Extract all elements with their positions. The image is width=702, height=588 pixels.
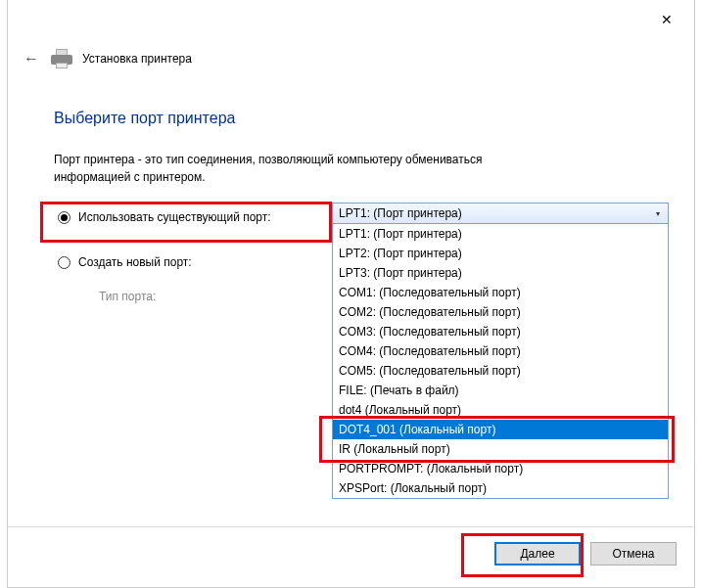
dialog-footer: Далее Отмена (8, 526, 694, 579)
port-option[interactable]: IR (Локальный порт) (333, 439, 668, 459)
dialog-header: ← Установка принтера (22, 49, 192, 68)
dialog-title: Установка принтера (82, 52, 192, 66)
back-arrow-icon[interactable]: ← (22, 49, 41, 68)
radio-label-use-existing: Использовать существующий порт: (78, 210, 271, 224)
desc-line-1: Порт принтера - это тип соединения, позв… (54, 153, 483, 166)
port-option[interactable]: COM5: (Последовательный порт) (333, 361, 668, 381)
port-option[interactable]: LPT1: (Порт принтера) (333, 224, 668, 244)
port-option[interactable]: LPT3: (Порт принтера) (333, 263, 668, 283)
close-icon[interactable]: ✕ (647, 8, 686, 31)
page-description: Порт принтера - это тип соединения, позв… (54, 151, 622, 186)
port-option[interactable]: COM1: (Последовательный порт) (333, 283, 668, 302)
page-heading: Выберите порт принтера (54, 110, 673, 127)
port-option[interactable]: PORTPROMPT: (Локальный порт) (333, 459, 668, 478)
radio-create-new-port[interactable] (58, 256, 70, 269)
port-option[interactable]: COM2: (Последовательный порт) (333, 302, 668, 322)
radio-label-create-new: Создать новый порт: (78, 255, 192, 269)
port-option[interactable]: DOT4_001 (Локальный порт) (333, 420, 668, 439)
next-button-label: Далее (520, 547, 554, 561)
cancel-button[interactable]: Отмена (590, 542, 677, 565)
radio-selected-dot (61, 214, 68, 221)
port-select-list[interactable]: LPT1: (Порт принтера)LPT2: (Порт принтер… (333, 224, 668, 498)
port-option[interactable]: LPT2: (Порт принтера) (333, 244, 668, 263)
port-option[interactable]: COM3: (Последовательный порт) (333, 322, 668, 341)
port-select-dropdown[interactable]: LPT1: (Порт принтера) ▾ LPT1: (Порт прин… (332, 203, 669, 499)
next-button[interactable]: Далее (494, 542, 581, 565)
chevron-down-icon[interactable]: ▾ (649, 204, 666, 223)
radio-use-existing-port[interactable] (58, 211, 70, 224)
port-option[interactable]: COM4: (Последовательный порт) (333, 341, 668, 361)
port-select-selected[interactable]: LPT1: (Порт принтера) ▾ (333, 204, 668, 224)
port-option[interactable]: dot4 (Локальный порт) (333, 400, 668, 420)
desc-line-2: информацией с принтером. (54, 170, 206, 184)
port-option[interactable]: FILE: (Печать в файл) (333, 381, 668, 400)
port-select-selected-text: LPT1: (Порт принтера) (339, 206, 462, 220)
cancel-button-label: Отмена (612, 547, 654, 561)
port-option[interactable]: XPSPort: (Локальный порт) (333, 478, 668, 498)
printer-icon (51, 49, 72, 68)
